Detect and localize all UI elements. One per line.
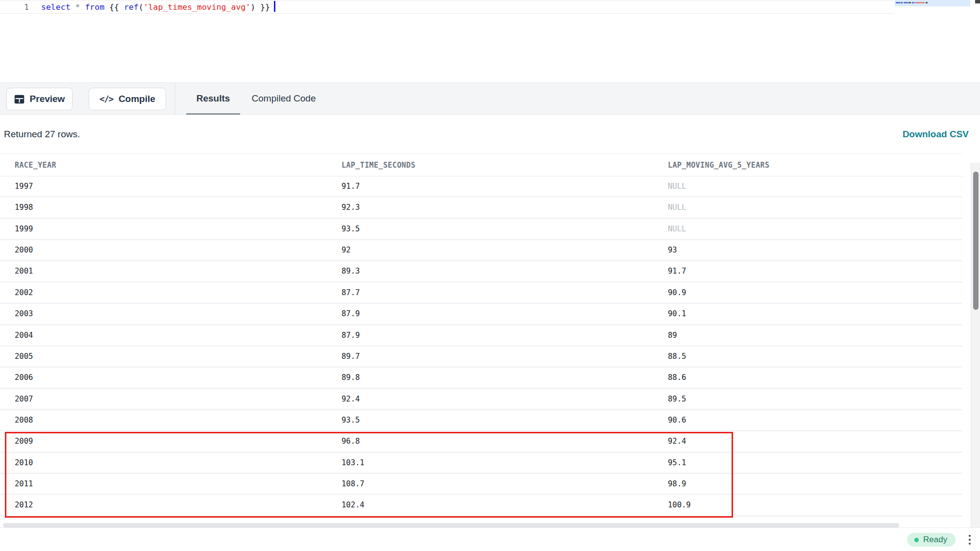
table-cell: 2000	[15, 246, 33, 254]
tab-compiled-code[interactable]: Compiled Code	[246, 83, 321, 114]
table-cell: 2008	[15, 416, 33, 425]
table-cell: 92.3	[342, 203, 360, 212]
table-cell: 89.8	[342, 373, 360, 382]
editor-scrollbar-thumb[interactable]	[975, 0, 980, 3]
table-cell: 2004	[15, 331, 33, 340]
minimap-code-segment	[908, 2, 911, 3]
table-cell: NULL	[668, 182, 686, 191]
table-cell: 93	[668, 246, 677, 254]
table-cell: 2009	[15, 437, 33, 446]
table-cell: 92.4	[668, 437, 686, 446]
table-row[interactable]: 199993.5NULL	[0, 219, 962, 240]
compile-button-label: Compile	[119, 94, 155, 104]
preview-table-icon	[14, 95, 24, 104]
table-row[interactable]: 200387.990.1	[0, 304, 962, 325]
minimap-code-segment	[896, 2, 901, 3]
table-cell: 1997	[15, 182, 33, 191]
preview-button[interactable]: Preview	[6, 88, 73, 110]
table-cell: 89.3	[342, 267, 360, 276]
table-cell: 100.9	[668, 501, 691, 509]
compile-button[interactable]: </> Compile	[89, 88, 166, 110]
table-cell: NULL	[668, 225, 686, 233]
table-cell: 93.5	[342, 225, 360, 233]
minimap-code-segment	[915, 2, 925, 3]
dbt-ide-window: 1 select * from {{ ref('lap_times_moving…	[0, 0, 980, 551]
table-cell: 2010	[15, 458, 33, 467]
column-header-race-year[interactable]: RACE_YEAR	[15, 161, 56, 170]
table-cell: 89.5	[668, 395, 686, 403]
table-row[interactable]: 200487.989	[0, 326, 962, 347]
status-badge: Ready	[907, 533, 956, 547]
table-cell: 2005	[15, 352, 33, 361]
tab-results-label: Results	[196, 93, 230, 104]
table-cell: 90.6	[668, 416, 686, 425]
table-row[interactable]: 199791.7NULL	[0, 176, 962, 198]
table-cell: 87.7	[342, 288, 360, 297]
table-cell: 103.1	[342, 458, 365, 467]
table-row[interactable]: 200792.489.5	[0, 389, 962, 410]
table-row[interactable]: 199892.3NULL	[0, 198, 962, 219]
preview-button-label: Preview	[30, 94, 65, 104]
table-cell: 2002	[15, 288, 33, 297]
results-meta-row: Returned 27 rows. Download CSV	[0, 115, 980, 153]
table-cell: 87.9	[342, 309, 360, 318]
table-row[interactable]: 200589.788.5	[0, 347, 962, 368]
toolbar-divider	[175, 83, 175, 114]
table-cell: 2006	[15, 373, 33, 382]
tab-results[interactable]: Results	[186, 83, 240, 114]
table-row[interactable]: 2011108.798.9	[0, 474, 962, 495]
code-line-content[interactable]: select * from {{ ref('lap_times_moving_a…	[41, 1, 275, 14]
table-cell: 92.4	[342, 395, 360, 403]
table-cell: 92	[342, 246, 351, 254]
ready-label: Ready	[923, 535, 947, 545]
table-row[interactable]: 20009293	[0, 240, 962, 261]
table-cell: 89	[668, 331, 677, 340]
table-cell: 90.1	[668, 309, 686, 318]
table-cell: 98.9	[668, 479, 686, 488]
table-cell: 88.6	[668, 373, 686, 382]
table-cell: 89.7	[342, 352, 360, 361]
table-cell: 2011	[15, 479, 33, 488]
sql-editor[interactable]: 1 select * from {{ ref('lap_times_moving…	[0, 0, 980, 82]
minimap-code-segment	[926, 2, 928, 3]
column-header-lap-time-seconds[interactable]: LAP_TIME_SECONDS	[342, 161, 416, 170]
horizontal-scrollbar-thumb[interactable]	[3, 523, 899, 527]
table-cell: 96.8	[342, 437, 360, 446]
table-cell: 2007	[15, 395, 33, 403]
download-csv-link[interactable]: Download CSV	[903, 129, 969, 140]
table-cell: 102.4	[342, 501, 365, 509]
vertical-scrollbar-thumb[interactable]	[973, 172, 979, 310]
tab-compiled-label: Compiled Code	[252, 93, 316, 104]
table-cell: 2012	[15, 501, 33, 509]
table-cell: 95.1	[668, 458, 686, 467]
editor-line-number: 1	[20, 1, 33, 13]
table-row[interactable]: 200893.590.6	[0, 410, 962, 431]
table-body: 199791.7NULL199892.3NULL199993.5NULL2000…	[0, 176, 962, 517]
table-cell: 91.7	[342, 182, 360, 191]
compile-code-icon: </>	[99, 94, 113, 104]
table-row[interactable]: 200996.892.4	[0, 431, 962, 452]
table-header-row: RACE_YEAR LAP_TIME_SECONDS LAP_MOVING_AV…	[0, 153, 962, 176]
table-cell: 87.9	[342, 331, 360, 340]
table-row[interactable]: 2012102.4100.9	[0, 495, 962, 516]
table-cell: 90.9	[668, 288, 686, 297]
minimap-code-segment	[901, 2, 903, 3]
table-cell: 1998	[15, 203, 33, 212]
results-table: RACE_YEAR LAP_TIME_SECONDS LAP_MOVING_AV…	[0, 153, 980, 518]
code-tokens: select * from {{ ref('lap_times_moving_a…	[41, 2, 270, 12]
table-cell: 91.7	[668, 267, 686, 276]
table-cell: 88.5	[668, 352, 686, 361]
table-row[interactable]: 2010103.195.1	[0, 453, 962, 474]
minimap-code-segment	[904, 2, 908, 3]
table-row[interactable]: 200189.391.7	[0, 261, 962, 282]
table-cell: NULL	[668, 203, 686, 212]
table-row[interactable]: 200689.888.6	[0, 368, 962, 389]
column-header-lap-moving-avg[interactable]: LAP_MOVING_AVG_5_YEARS	[668, 161, 769, 170]
table-cell: 2001	[15, 267, 33, 276]
ready-dot-icon	[914, 538, 919, 542]
editor-minimap[interactable]	[895, 0, 970, 6]
table-row[interactable]: 200287.790.9	[0, 283, 962, 304]
kebab-menu-icon[interactable]	[963, 531, 976, 549]
table-cell: 108.7	[342, 479, 365, 488]
minimap-code-segment	[912, 2, 914, 3]
